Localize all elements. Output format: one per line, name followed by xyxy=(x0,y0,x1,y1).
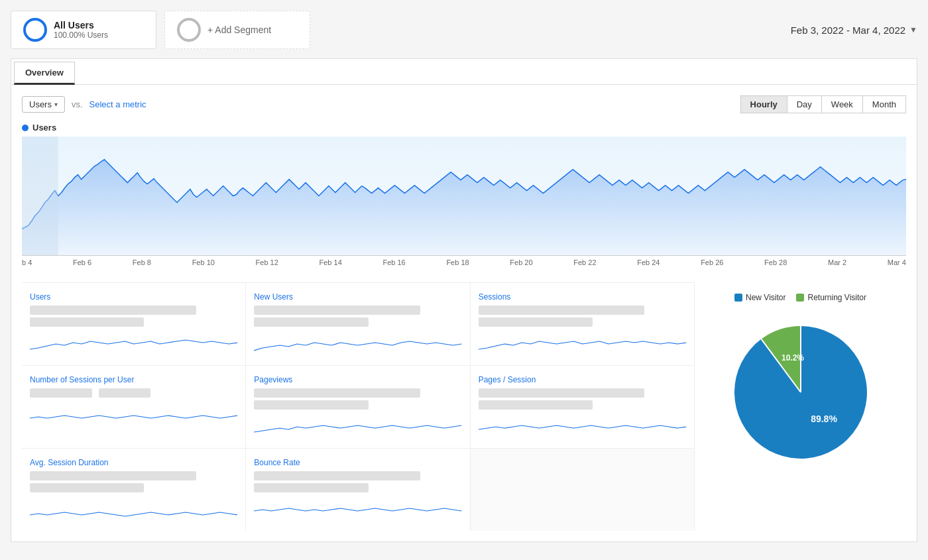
metric-card-title-bounce-rate[interactable]: Bounce Rate xyxy=(254,458,461,467)
metrics-row-1: Users New Users xyxy=(22,282,694,365)
legend-label-returning-visitor: Returning Visitor xyxy=(807,293,866,302)
metrics-grid: Users New Users xyxy=(22,282,694,531)
legend-returning-visitor: Returning Visitor xyxy=(796,293,866,302)
all-users-segment[interactable]: All Users 100.00% Users xyxy=(11,11,156,49)
segment-icon-gray xyxy=(177,18,201,42)
date-range-arrow: ▼ xyxy=(909,25,917,34)
mini-svg-sessions xyxy=(479,329,686,356)
x-label-14: Mar 4 xyxy=(888,258,906,266)
legend-label-new-visitor: New Visitor xyxy=(746,293,785,302)
pie-container: 89.8% 10.2% xyxy=(708,313,893,472)
metric-card-title-pages-per-session[interactable]: Pages / Session xyxy=(479,375,686,384)
pie-chart-svg: 89.8% 10.2% xyxy=(721,313,880,472)
metric-blurred-newusers-2 xyxy=(254,317,368,327)
time-buttons: Hourly Day Week Month xyxy=(741,95,906,113)
add-segment-label: + Add Segment xyxy=(207,25,271,35)
metric-mini-chart-avg-session xyxy=(30,495,237,522)
segments-left: All Users 100.00% Users + Add Segment xyxy=(11,11,310,49)
x-label-8: Feb 20 xyxy=(510,258,532,266)
segments-bar: All Users 100.00% Users + Add Segment Fe… xyxy=(11,11,917,49)
segment-name: All Users xyxy=(54,20,108,30)
main-chart-svg xyxy=(22,137,906,255)
legend-new-visitor: New Visitor xyxy=(734,293,785,302)
metric-mini-chart-new-users xyxy=(254,329,461,356)
x-label-11: Feb 26 xyxy=(701,258,723,266)
metric-row: Users ▾ vs. Select a metric Hourly Day W… xyxy=(22,95,906,113)
main-content: Users ▾ vs. Select a metric Hourly Day W… xyxy=(11,84,917,542)
x-label-13: Mar 2 xyxy=(828,258,846,266)
x-label-3: Feb 10 xyxy=(192,258,215,266)
x-label-0: b 4 xyxy=(22,258,32,266)
metric-blurred-pps-1 xyxy=(479,388,645,398)
metric-blurred-sessions-1 xyxy=(479,306,645,315)
tab-overview[interactable]: Overview xyxy=(14,62,75,85)
x-label-6: Feb 16 xyxy=(382,258,405,266)
time-btn-month[interactable]: Month xyxy=(862,95,906,113)
chart-container xyxy=(22,137,906,256)
legend-dot-returning-visitor xyxy=(796,294,804,302)
metric-mini-chart-sessions-per-user xyxy=(30,402,237,429)
mini-svg-users xyxy=(30,329,237,356)
metric-card-title-avg-session[interactable]: Avg. Session Duration xyxy=(30,458,237,467)
add-segment-text: + Add Segment xyxy=(207,25,271,35)
bottom-section: Users New Users xyxy=(22,282,906,531)
metrics-row-2: Number of Sessions per User Pageviews xyxy=(22,365,694,448)
metric-blurred-br-1 xyxy=(254,471,420,480)
dropdown-caret: ▾ xyxy=(54,101,58,108)
segment-icon-blue xyxy=(23,18,47,42)
segment-sub: 100.00% Users xyxy=(54,30,108,40)
time-btn-week[interactable]: Week xyxy=(821,95,863,113)
mini-svg-pps xyxy=(479,412,686,439)
vs-label: vs. xyxy=(72,99,83,109)
metric-blurred-spu-2 xyxy=(99,388,150,398)
metric-card-title-new-users[interactable]: New Users xyxy=(254,292,461,302)
x-label-2: Feb 8 xyxy=(133,258,151,266)
time-btn-day[interactable]: Day xyxy=(787,95,822,113)
metric-blurred-users-1 xyxy=(30,306,196,315)
metrics-row-3: Avg. Session Duration Bounce Rate xyxy=(22,448,694,531)
metric-card-empty xyxy=(471,449,694,531)
metric-blurred-pv-2 xyxy=(254,400,368,410)
x-label-7: Feb 18 xyxy=(446,258,469,266)
metric-mini-chart-pageviews xyxy=(254,412,461,439)
mini-svg-spu xyxy=(30,402,237,429)
x-label-1: Feb 6 xyxy=(73,258,91,266)
pie-legend: New Visitor Returning Visitor xyxy=(708,293,893,302)
add-segment-pill[interactable]: + Add Segment xyxy=(164,11,310,49)
select-metric-link[interactable]: Select a metric xyxy=(89,99,146,109)
mini-svg-new-users xyxy=(254,329,461,356)
metric-blurred-asd-2 xyxy=(30,483,144,492)
metric-blurred-asd-1 xyxy=(30,471,196,480)
metric-mini-chart-pages-per-session xyxy=(479,412,686,439)
metric-blurred-newusers-1 xyxy=(254,306,420,315)
tab-bar: Overview xyxy=(11,58,917,84)
metric-blurred-sessions-2 xyxy=(479,317,593,327)
chart-area-fill xyxy=(22,160,906,255)
metric-card-pageviews: Pageviews xyxy=(246,366,470,448)
metric-card-avg-session-duration: Avg. Session Duration xyxy=(22,449,246,531)
metric-mini-chart-sessions xyxy=(479,329,686,356)
x-label-5: Feb 14 xyxy=(319,258,342,266)
date-range[interactable]: Feb 3, 2022 - Mar 4, 2022 ▼ xyxy=(791,25,917,36)
x-axis: b 4 Feb 6 Feb 8 Feb 10 Feb 12 Feb 14 Feb… xyxy=(22,256,906,269)
chart-dot xyxy=(22,125,29,131)
metric-card-title-users[interactable]: Users xyxy=(30,292,237,302)
metric-blurred-spu-1 xyxy=(30,388,92,398)
x-label-9: Feb 22 xyxy=(573,258,596,266)
metric-card-title-sessions-per-user[interactable]: Number of Sessions per User xyxy=(30,375,237,384)
metric-card-title-sessions[interactable]: Sessions xyxy=(479,292,686,302)
metric-card-users: Users xyxy=(22,283,246,365)
time-btn-hourly[interactable]: Hourly xyxy=(740,95,787,113)
chart-area: Users xyxy=(22,123,906,269)
metric-mini-chart-bounce-rate xyxy=(254,495,461,522)
metric-card-pages-per-session: Pages / Session xyxy=(471,366,694,448)
pie-panel: New Visitor Returning Visitor xyxy=(694,282,906,531)
metric-select-label: Users xyxy=(29,99,52,109)
mini-svg-pageviews xyxy=(254,412,461,439)
mini-svg-bounce-rate xyxy=(254,495,461,522)
metric-left: Users ▾ vs. Select a metric xyxy=(22,96,146,113)
metric-select-dropdown[interactable]: Users ▾ xyxy=(22,96,65,113)
metric-card-title-pageviews[interactable]: Pageviews xyxy=(254,375,461,384)
mini-svg-avg-session xyxy=(30,495,237,522)
x-label-10: Feb 24 xyxy=(637,258,660,266)
